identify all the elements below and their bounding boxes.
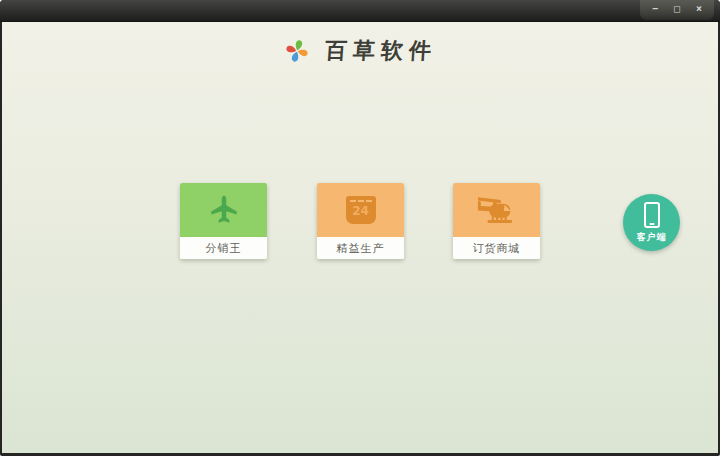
window-titlebar: − □ × <box>0 0 720 22</box>
tile-dinghuoshangcheng[interactable]: 订货商城 <box>453 183 540 259</box>
window-controls: − □ × <box>640 0 714 20</box>
main-content: 百草软件 分销王 24 精益生产 <box>2 22 718 453</box>
client-badge-label: 客户端 <box>637 231 667 244</box>
tile-icon-area: 24 <box>317 183 404 237</box>
pinwheel-logo-icon <box>284 38 310 64</box>
page-title: 百草软件 <box>323 36 437 66</box>
app-window: − □ × 百草软件 分 <box>0 0 720 456</box>
tile-label: 分销王 <box>180 237 267 259</box>
plane-icon <box>207 193 241 227</box>
tile-icon-area <box>180 183 267 237</box>
tile-fenxiaowang[interactable]: 分销王 <box>180 183 267 259</box>
tile-label: 精益生产 <box>317 237 404 259</box>
maximize-button[interactable]: □ <box>668 2 686 16</box>
calendar-icon: 24 <box>346 196 376 224</box>
calendar-day: 24 <box>346 204 376 218</box>
phone-icon <box>644 202 660 228</box>
tile-icon-area <box>453 183 540 237</box>
client-badge[interactable]: 客户端 <box>623 194 680 251</box>
calendar-stitch <box>350 200 372 202</box>
tile-jingyishengchan[interactable]: 24 精益生产 <box>317 183 404 259</box>
helicopter-icon <box>476 194 518 227</box>
minimize-button[interactable]: − <box>646 2 664 16</box>
tile-label: 订货商城 <box>453 237 540 259</box>
header: 百草软件 <box>2 31 718 71</box>
close-button[interactable]: × <box>690 2 708 16</box>
